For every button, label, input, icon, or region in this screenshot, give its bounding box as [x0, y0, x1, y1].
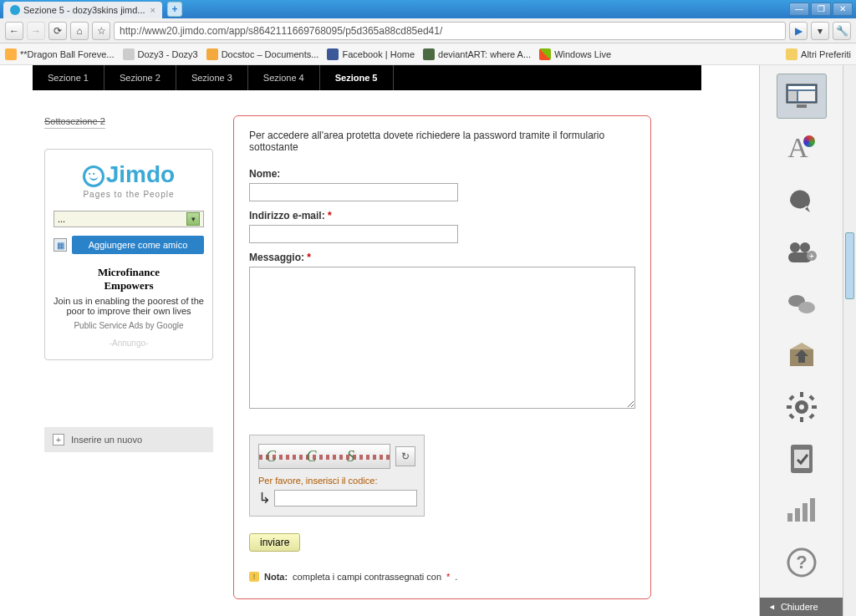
browser-toolbar: ← → ⟳ ⌂ ☆ http://www20.jimdo.com/app/s86… — [0, 18, 856, 43]
window-maximize-button[interactable]: ❐ — [811, 3, 831, 16]
window-close-button[interactable]: ✕ — [833, 3, 853, 16]
bookmark-item[interactable]: Windows Live — [539, 48, 611, 60]
page-menu-button[interactable]: ▾ — [811, 22, 829, 40]
tools-button[interactable]: 🔧 — [833, 22, 851, 40]
bookmarks-bar: **Dragon Ball Foreve... Dozy3 - Dozy3 Do… — [0, 43, 856, 65]
browser-tab[interactable]: Sezione 5 - dozy3skins jimd... × — [3, 2, 162, 18]
window-minimize-button[interactable]: — — [789, 3, 809, 16]
bookmark-item[interactable]: **Dragon Ball Foreve... — [5, 48, 115, 60]
tab-title: Sezione 5 - dozy3skins jimd... — [23, 5, 145, 15]
back-button[interactable]: ← — [5, 22, 23, 40]
bookmark-icon — [539, 48, 551, 60]
tab-close-icon[interactable]: × — [150, 5, 155, 15]
bookmark-item[interactable]: deviantART: where A... — [423, 48, 531, 60]
other-favorites[interactable]: Altri Preferiti — [786, 48, 851, 60]
home-button[interactable]: ⌂ — [70, 22, 89, 40]
forward-button[interactable]: → — [27, 22, 45, 40]
new-tab-button[interactable]: + — [167, 2, 182, 17]
tab-favicon — [10, 5, 20, 15]
bookmark-icon — [123, 48, 135, 60]
url-text: http://www20.jimdo.com/app/s864211166976… — [120, 25, 442, 37]
folder-icon — [786, 48, 797, 60]
bookmark-icon — [206, 48, 218, 60]
bookmark-icon — [5, 48, 17, 60]
bookmark-star-icon[interactable]: ☆ — [92, 22, 110, 40]
bookmark-icon — [423, 48, 435, 60]
play-button[interactable]: ▶ — [789, 22, 808, 40]
reload-button[interactable]: ⟳ — [48, 22, 67, 40]
bookmark-item[interactable]: Dozy3 - Dozy3 — [123, 48, 198, 60]
url-bar[interactable]: http://www20.jimdo.com/app/s864211166976… — [114, 22, 786, 40]
browser-title-bar: Sezione 5 - dozy3skins jimd... × + — ❐ ✕ — [0, 0, 856, 18]
bookmark-item[interactable]: Facebook | Home — [327, 48, 415, 60]
bookmark-item[interactable]: Docstoc – Documents... — [206, 48, 319, 60]
bookmark-icon — [327, 48, 339, 60]
